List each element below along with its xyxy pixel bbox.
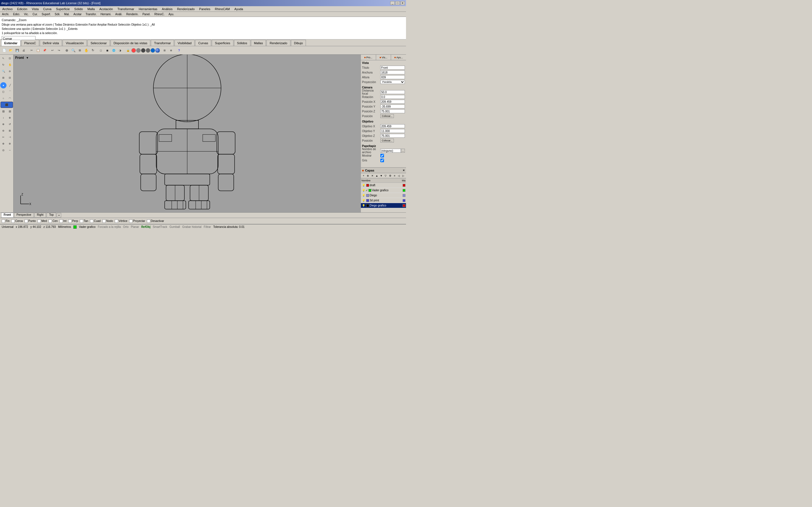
layer-vis-diegoG[interactable]: 💡 — [362, 204, 365, 207]
tb-color2[interactable] — [136, 48, 141, 53]
minimize-button[interactable]: _ — [390, 1, 395, 5]
snap-int-checkbox[interactable] — [59, 219, 63, 223]
menu-acotacion[interactable]: Acotación — [98, 7, 114, 11]
lt-move[interactable]: ↕ — [0, 115, 6, 121]
snap-cen[interactable]: Cen — [49, 219, 57, 223]
nombre-archivo-browse[interactable]: ... — [401, 149, 405, 153]
menu-transformar[interactable]: Transformar — [116, 7, 135, 11]
menu2-herrami[interactable]: Herrami. — [100, 12, 112, 16]
tb-pan[interactable]: ✋ — [83, 47, 89, 54]
layers-scroll-right[interactable]: ▷ — [401, 173, 405, 178]
lt-zoom-in[interactable]: 🔍 — [0, 68, 6, 74]
layer-color-3dprint[interactable] — [366, 199, 369, 202]
tb-open[interactable]: 📂 — [8, 47, 14, 54]
snap-desactivar[interactable]: Desactivar — [147, 219, 164, 223]
status-planar[interactable]: Planar — [131, 225, 139, 228]
tab-estandar[interactable]: Estándar — [1, 40, 20, 46]
layer-vis-3dprint[interactable]: 💡 — [362, 199, 365, 202]
snap-cen-checkbox[interactable] — [49, 219, 52, 223]
layer-check-vader[interactable]: ✓ — [366, 189, 368, 192]
tab-visualizacion[interactable]: Visualización — [63, 40, 87, 46]
snap-nodo-checkbox[interactable] — [102, 219, 106, 223]
vp-tab-perspective[interactable]: Perspective — [14, 213, 34, 218]
layer-color-diegoG[interactable] — [366, 204, 369, 207]
lt-dim[interactable]: ↔ — [7, 147, 13, 153]
snap-tan[interactable]: Tan — [80, 219, 88, 223]
maximize-button[interactable]: □ — [395, 1, 400, 5]
lt-polyline[interactable]: ⟨⟩ — [0, 89, 6, 95]
tb-cut[interactable]: ✂ — [29, 47, 35, 54]
tab-renderizado[interactable]: Renderizado — [266, 40, 290, 46]
lt-scale[interactable]: ⊜ — [0, 128, 6, 134]
status-orto[interactable]: Orto — [123, 225, 129, 228]
layers-duplicate[interactable]: ⊕ — [366, 173, 370, 178]
layers-scroll-left[interactable]: ◁ — [397, 173, 401, 178]
lt-explode[interactable]: ⊛ — [7, 140, 13, 147]
lt-zoom-window[interactable]: ⊟ — [7, 75, 13, 81]
tb-color1[interactable] — [132, 48, 136, 53]
snap-fin-checkbox[interactable] — [2, 219, 5, 223]
lt-line[interactable]: ╱ — [7, 82, 13, 89]
tab-planosc[interactable]: PlanosC — [21, 40, 39, 46]
tab-mallas[interactable]: Mallas — [251, 40, 266, 46]
snap-med-checkbox[interactable] — [38, 219, 41, 223]
lt-surface[interactable]: ▨ — [0, 108, 6, 114]
tb-redo[interactable]: ↪ — [56, 47, 62, 54]
status-refobj[interactable]: RefObj — [141, 225, 151, 228]
snap-fin[interactable]: Fin — [2, 219, 10, 223]
menu-vista[interactable]: Vista — [31, 7, 40, 11]
tb-new[interactable]: 📄 — [1, 47, 7, 54]
lt-trim[interactable]: ✂ — [0, 134, 6, 140]
status-forzado[interactable]: Forzado a la rejilla — [98, 225, 121, 228]
layers-filter[interactable]: ▽ — [384, 173, 388, 178]
tb-zoom-all[interactable]: ⊞ — [77, 47, 83, 54]
lt-join[interactable]: ⊕ — [0, 140, 6, 147]
tab-disposicion[interactable]: Disposición de las vistas — [110, 40, 151, 46]
layers-new[interactable]: + — [361, 173, 366, 178]
tb-help[interactable]: ? — [176, 47, 182, 54]
menu2-cur[interactable]: Cur. — [32, 12, 39, 16]
menu-analisis[interactable]: Análisis — [161, 7, 174, 11]
layer-vis-diego[interactable]: 💡 — [362, 194, 365, 197]
menu2-anali[interactable]: Análi. — [114, 12, 123, 16]
tb-blue-ball[interactable] — [155, 48, 160, 53]
rpanel-tab-properties[interactable]: ■ Pro... — [361, 55, 376, 60]
vp-tab-right[interactable]: Right — [35, 213, 46, 218]
menu-edicion[interactable]: Edición — [16, 7, 29, 11]
lt-point[interactable]: ● — [0, 82, 6, 89]
snap-vertice-checkbox[interactable] — [115, 219, 118, 223]
tb-undo[interactable]: ↩ — [49, 47, 56, 54]
menu-solido[interactable]: Sólido — [73, 7, 84, 11]
tab-superficies[interactable]: Superficies — [212, 40, 233, 46]
gris-checkbox[interactable] — [380, 159, 384, 162]
lt-extend[interactable]: ⊣ — [7, 134, 13, 140]
menu2-ayu[interactable]: Ayu. — [168, 12, 175, 16]
snap-med[interactable]: Med — [38, 219, 47, 223]
menu2-panel[interactable]: Panel. — [142, 12, 151, 16]
layer-color-draft[interactable] — [366, 184, 369, 187]
snap-perp[interactable]: Perp — [68, 219, 78, 223]
menu2-acotar[interactable]: Acotar — [72, 12, 82, 16]
menu2-transfor[interactable]: Transfor. — [85, 12, 97, 16]
tb-select[interactable]: ⊕ — [64, 47, 70, 54]
status-filtrar[interactable]: Filtrar — [204, 225, 211, 228]
vp-tab-top[interactable]: Top — [47, 213, 56, 218]
tb-color3[interactable] — [141, 48, 146, 53]
menu-rhinocam[interactable]: RhinoCAM — [214, 7, 231, 11]
snap-vertice[interactable]: Vértice — [115, 219, 128, 223]
status-gumball[interactable]: Gumball — [169, 225, 180, 228]
posicion-colocar-btn[interactable]: Colocar... — [380, 114, 394, 118]
close-button[interactable]: ✕ — [400, 1, 405, 5]
layers-table[interactable]: ≡ — [393, 173, 397, 178]
tb-paste[interactable]: 📌 — [42, 47, 48, 54]
menu-malla[interactable]: Malla — [86, 7, 96, 11]
status-smarttrack[interactable]: SmartTrack — [153, 225, 167, 228]
tab-solidos[interactable]: Sólidos — [234, 40, 250, 46]
menu-curva[interactable]: Curva — [42, 7, 52, 11]
tb-gumball[interactable]: ⊕ — [168, 47, 174, 54]
lt-pan-view[interactable]: ✋ — [7, 62, 13, 68]
layers-close[interactable]: ✕ — [403, 169, 405, 172]
snap-proyectar[interactable]: Proyectar — [129, 219, 145, 223]
tab-visibilidad[interactable]: Visibilidad — [174, 40, 195, 46]
lt-copy-obj[interactable]: ⊕ — [7, 115, 13, 121]
